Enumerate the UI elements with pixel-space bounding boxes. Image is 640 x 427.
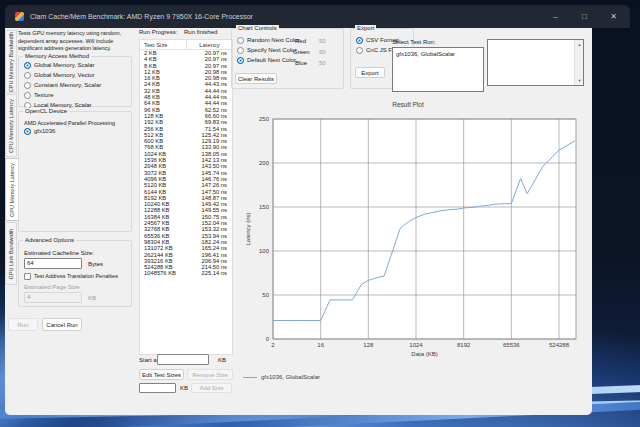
memory-access-options: Global Memory, ScalarGlobal Memory, Vect… xyxy=(20,60,130,110)
window-titlebar[interactable]: Clam Cache/Mem Benchmark: AMD Ryzen 9 79… xyxy=(5,5,630,28)
scroll-down-icon[interactable]: ▼ xyxy=(575,76,584,85)
red-value: 50 xyxy=(319,37,326,45)
run-button[interactable]: Run xyxy=(8,318,38,331)
radio-icon xyxy=(237,47,244,54)
export-runs-listbox[interactable]: ▲ ▼ xyxy=(487,39,584,86)
green-label: Green xyxy=(293,48,310,56)
group-label: OpenCL Device xyxy=(23,108,69,115)
y-tick-label: 100 xyxy=(259,248,270,254)
listbox-scrollbar[interactable]: ▲ ▼ xyxy=(574,40,583,85)
close-button[interactable]: ✕ xyxy=(599,5,628,28)
x-tick-label: 524288 xyxy=(549,342,570,348)
y-tick-label: 250 xyxy=(259,116,270,122)
radio-constant-memory-scalar[interactable]: Constant Memory, Scalar xyxy=(20,80,130,90)
legend-line-sample xyxy=(243,377,257,378)
green-value: 50 xyxy=(319,48,326,56)
tab-label: CPU Memory Bandwidth xyxy=(8,31,14,91)
tab-gpu-memory-latency[interactable]: GPU Memory Latency xyxy=(5,158,19,221)
add-size-button[interactable]: Add Size xyxy=(191,383,232,393)
radio-label: Random Next Color xyxy=(247,37,300,43)
x-tick-label: 128 xyxy=(363,342,374,348)
tab-gpu-link-bandwidth[interactable]: GPU Link Bandwidth xyxy=(5,222,17,285)
radio-gfx1036[interactable]: gfx1036 xyxy=(20,126,130,136)
test-description: Tests GPU memory latency using random, d… xyxy=(18,30,132,54)
maximize-button[interactable]: □ xyxy=(570,5,599,28)
clear-results-button[interactable]: Clear Results xyxy=(235,73,277,84)
results-list: Test Size Latency 2 KB20.97 ns4 KB20.97 … xyxy=(139,39,233,355)
add-size-input[interactable] xyxy=(139,383,176,393)
column-header-test-size[interactable]: Test Size xyxy=(140,40,187,50)
results-header: Test Size Latency xyxy=(140,40,232,50)
radio-label: Global Memory, Scalar xyxy=(34,62,95,68)
result-row[interactable]: 1048576 KB225.14 ns xyxy=(140,270,232,276)
x-tick-label: 2 xyxy=(271,342,275,348)
select-test-run-label: Select Test Run: xyxy=(392,38,436,46)
column-header-latency[interactable]: Latency xyxy=(187,42,232,48)
run-progress-label: Run Progress: xyxy=(139,28,177,36)
cancel-run-button[interactable]: Cancel Run xyxy=(42,318,82,331)
radio-default-next-color[interactable]: Default Next Color xyxy=(233,55,293,65)
radio-texture[interactable]: Texture xyxy=(20,90,130,100)
radio-icon xyxy=(356,47,363,54)
radio-specify-next-color[interactable]: Specify Next Color xyxy=(233,45,293,55)
blue-value: 50 xyxy=(319,59,326,67)
edit-test-sizes-button[interactable]: Edit Test Sizes xyxy=(139,369,184,380)
select-test-run-listbox[interactable]: gfx1036, GlobalScalar xyxy=(392,47,484,92)
memory-access-method-group: Memory Access Method Global Memory, Scal… xyxy=(18,56,132,107)
radio-icon xyxy=(24,92,31,99)
results-rows: 2 KB20.97 ns4 KB20.97 ns8 KB20.97 ns12 K… xyxy=(140,50,232,277)
plot-area xyxy=(273,119,576,339)
legend-label: gfx1036, GlobalScalar xyxy=(261,374,320,380)
test-run-item[interactable]: gfx1036, GlobalScalar xyxy=(393,48,483,58)
chart-legend: gfx1036, GlobalScalar xyxy=(243,374,320,380)
remove-size-button[interactable]: Remove Size xyxy=(187,369,233,380)
radio-global-memory-scalar[interactable]: Global Memory, Scalar xyxy=(20,60,130,70)
group-label: Export xyxy=(355,25,376,32)
page-size-input[interactable]: 4 xyxy=(24,292,82,303)
radio-label: Default Next Color xyxy=(247,57,296,63)
advanced-options-group: Advanced Options Estimated Cacheline Siz… xyxy=(18,240,132,307)
cacheline-size-label: Estimated Cacheline Size: xyxy=(24,249,94,257)
chart-controls-group: Chart Controls Random Next ColorSpecify … xyxy=(231,28,344,89)
radio-label: gfx1036 xyxy=(34,128,55,134)
tab-label: GPU Link Bandwidth xyxy=(8,228,14,279)
app-icon xyxy=(15,12,24,21)
export-button[interactable]: Export xyxy=(355,67,385,78)
address-translation-checkbox[interactable] xyxy=(24,273,31,280)
radio-icon xyxy=(356,37,363,44)
radio-global-memory-vector[interactable]: Global Memory, Vector xyxy=(20,70,130,80)
tab-cpu-memory-bandwidth[interactable]: CPU Memory Bandwidth xyxy=(5,30,17,93)
radio-icon xyxy=(24,128,31,135)
radio-label: Texture xyxy=(34,92,54,98)
add-size-unit-label: KB xyxy=(180,384,188,392)
page-size-unit-label: KB xyxy=(88,294,96,302)
scroll-up-icon[interactable]: ▲ xyxy=(575,40,584,49)
start-at-unit-label: KB xyxy=(218,356,226,364)
group-label: Advanced Options xyxy=(23,237,76,244)
next-color-options: Random Next ColorSpecify Next ColorDefau… xyxy=(233,35,293,65)
start-at-input[interactable] xyxy=(157,354,209,365)
x-tick-label: 16 xyxy=(317,342,324,348)
tab-cpu-memory-latency[interactable]: CPU Memory Latency xyxy=(5,94,17,157)
result-latency: 225.14 ns xyxy=(187,270,232,276)
group-label: Memory Access Method xyxy=(23,53,91,60)
run-progress-status: Run finished xyxy=(184,28,217,36)
result-test-size: 1048576 KB xyxy=(140,270,187,276)
y-tick-label: 50 xyxy=(262,292,269,298)
chart-x-axis-label: Data (KB) xyxy=(273,351,576,357)
cacheline-size-input[interactable]: 64 xyxy=(24,258,82,269)
window-title: Clam Cache/Mem Benchmark: AMD Ryzen 9 79… xyxy=(30,13,253,20)
radio-icon xyxy=(237,37,244,44)
y-tick-label: 150 xyxy=(259,204,270,210)
benchmark-tab-strip: CPU Memory BandwidthCPU Memory LatencyGP… xyxy=(5,30,19,286)
radio-random-next-color[interactable]: Random Next Color xyxy=(233,35,293,45)
page-size-label: Estimated Page Size xyxy=(24,283,80,291)
blue-label: Blue xyxy=(295,59,307,67)
minimize-button[interactable]: – xyxy=(541,5,570,28)
group-label: Chart Controls xyxy=(236,25,279,32)
radio-icon xyxy=(237,57,244,64)
tab-label: GPU Memory Latency xyxy=(9,162,15,216)
cacheline-unit-label: Bytes xyxy=(88,260,103,268)
tab-label: CPU Memory Latency xyxy=(8,99,14,153)
address-translation-label: Test Address Translation Penalties xyxy=(34,272,118,280)
